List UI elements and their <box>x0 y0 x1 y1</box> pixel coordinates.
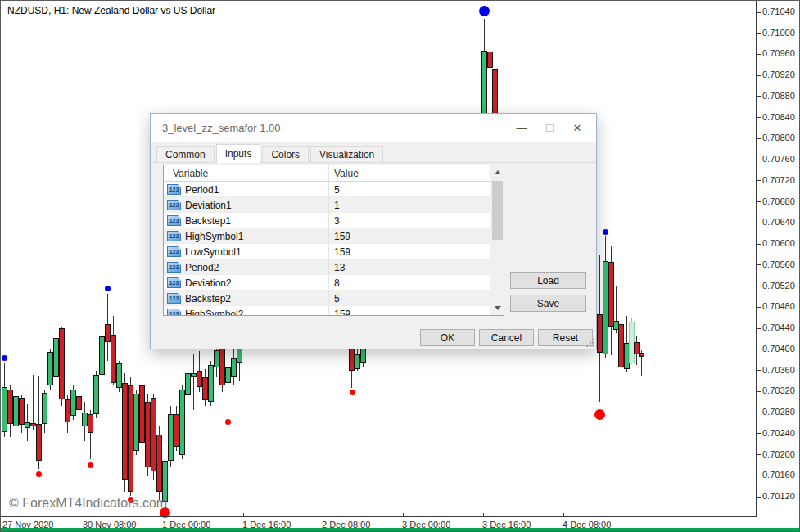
numeric-parameter-icon: 123 <box>167 293 181 304</box>
candle <box>156 435 162 492</box>
table-row[interactable]: 123Backstep25 <box>164 291 504 306</box>
variable-value[interactable]: 8 <box>334 277 340 289</box>
numeric-parameter-icon: 123 <box>167 215 181 226</box>
price-label: 0.70280 <box>762 407 795 417</box>
price-tick <box>756 223 761 223</box>
tab-visualization[interactable]: Visualization <box>310 146 383 162</box>
price-label: 0.70520 <box>762 281 795 291</box>
candle <box>597 314 603 353</box>
table-row[interactable]: 123HighSymbol1159 <box>164 228 504 244</box>
time-tick <box>483 513 484 517</box>
price-tick <box>756 476 761 476</box>
candle-wick <box>33 375 34 430</box>
candle <box>349 348 355 371</box>
semafor-dot-blue <box>2 355 7 361</box>
tab-colors[interactable]: Colors <box>262 146 309 162</box>
variable-value[interactable]: 159 <box>334 231 350 242</box>
price-tick <box>756 349 761 349</box>
table-row[interactable]: 123Deviation11 <box>164 197 504 213</box>
column-divider <box>328 306 329 316</box>
table-scrollbar[interactable] <box>490 165 504 315</box>
minimize-icon: — <box>517 122 527 134</box>
price-label: 0.70560 <box>762 259 795 269</box>
variable-value[interactable]: 5 <box>334 184 340 196</box>
price-tick <box>756 33 761 34</box>
candle <box>128 385 133 492</box>
candle <box>174 414 179 447</box>
scroll-down-button[interactable] <box>490 301 504 315</box>
tab-common[interactable]: Common <box>156 146 215 162</box>
variable-value[interactable]: 5 <box>334 293 340 304</box>
ok-button[interactable]: OK <box>420 329 475 346</box>
price-tick <box>756 96 761 97</box>
candle <box>225 367 231 383</box>
variable-value[interactable]: 13 <box>334 262 345 273</box>
table-row[interactable]: 123HighSymbol2159 <box>164 306 504 316</box>
price-label: 0.70480 <box>762 301 795 311</box>
time-tick <box>84 513 84 517</box>
scroll-up-button[interactable] <box>490 165 504 179</box>
price-label: 0.70720 <box>762 175 795 185</box>
numeric-parameter-icon: 123 <box>167 184 181 195</box>
price-tick <box>756 413 761 413</box>
price-label: 0.70920 <box>762 70 795 79</box>
candle <box>603 261 608 354</box>
variable-value[interactable]: 1 <box>334 200 340 211</box>
candle <box>168 414 174 461</box>
table-row[interactable]: 123LowSymbol1159 <box>164 244 504 259</box>
chart-title: NZDUSD, H1: New Zealand Dollar vs US Dol… <box>7 5 215 16</box>
price-label: 0.70440 <box>762 322 795 332</box>
candle <box>111 335 116 383</box>
price-label: 0.71000 <box>762 28 795 38</box>
column-divider <box>328 244 329 259</box>
maximize-button[interactable] <box>536 116 563 139</box>
price-label: 0.70160 <box>762 470 795 480</box>
time-tick <box>403 513 404 517</box>
table-row[interactable]: 123Period213 <box>164 259 504 275</box>
reset-button[interactable]: Reset <box>538 329 593 346</box>
variable-name: Backstep2 <box>185 293 231 304</box>
column-divider <box>328 213 329 228</box>
load-button[interactable]: Load <box>510 272 586 289</box>
column-divider <box>328 182 329 196</box>
variable-value[interactable]: 159 <box>334 246 350 258</box>
candle <box>53 338 59 377</box>
table-row[interactable]: 123Period15 <box>164 182 504 197</box>
price-label: 0.70320 <box>762 385 795 395</box>
variable-value[interactable]: 159 <box>334 309 350 316</box>
semafor-dot-blue <box>603 229 608 235</box>
candle <box>151 398 156 471</box>
price-tick <box>756 286 761 286</box>
price-label: 0.70960 <box>762 48 795 58</box>
table-row[interactable]: 123Backstep13 <box>164 213 504 228</box>
dialog-tabs: CommonInputsColorsVisualization <box>156 143 385 162</box>
candle <box>13 396 19 426</box>
variable-name: HighSymbol1 <box>185 231 243 242</box>
numeric-parameter-icon: 123 <box>167 200 181 210</box>
column-divider <box>328 228 329 243</box>
table-row[interactable]: 123Deviation28 <box>164 275 504 291</box>
save-button[interactable]: Save <box>510 295 586 312</box>
close-button[interactable]: ✕ <box>563 116 591 139</box>
variable-value[interactable]: 3 <box>334 215 340 227</box>
variable-name: LowSymbol1 <box>185 246 242 258</box>
candle <box>116 363 122 388</box>
price-label: 0.70800 <box>762 133 795 142</box>
column-header-variable: Variable <box>173 168 208 179</box>
candle <box>76 396 82 410</box>
candle <box>618 324 624 367</box>
candle-wick <box>228 358 228 410</box>
price-label: 0.70840 <box>762 112 795 122</box>
price-tick <box>756 244 761 245</box>
price-label: 0.70680 <box>762 196 795 206</box>
resize-grip[interactable] <box>586 339 594 347</box>
price-axis-separator <box>756 1 757 516</box>
arrow-down-icon <box>495 306 501 310</box>
semafor-dot-red <box>88 462 93 468</box>
minimize-button[interactable]: — <box>508 116 536 139</box>
semafor-dot-red <box>36 471 42 477</box>
tab-inputs[interactable]: Inputs <box>216 144 261 163</box>
scrollbar-thumb[interactable] <box>492 181 503 240</box>
cancel-button[interactable]: Cancel <box>479 329 534 346</box>
price-tick <box>756 117 761 118</box>
